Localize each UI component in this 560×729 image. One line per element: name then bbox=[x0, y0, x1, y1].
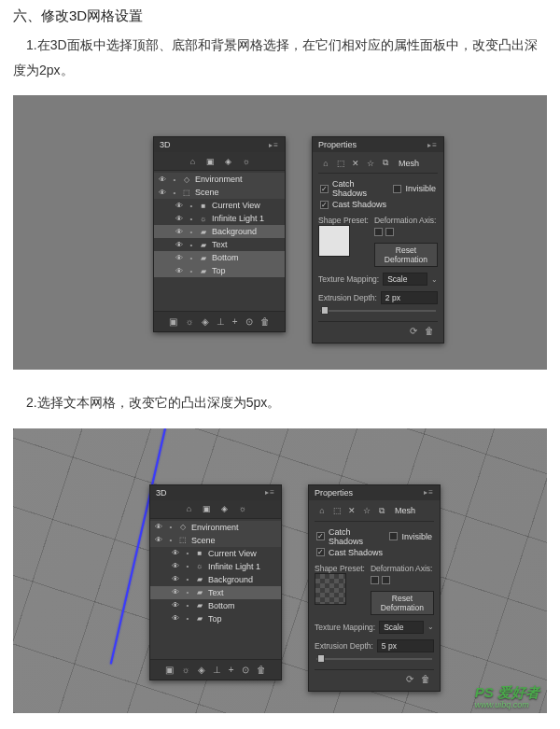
footer-icon[interactable]: ☼ bbox=[181, 665, 189, 675]
axis-icon[interactable] bbox=[385, 228, 394, 236]
checkbox-cast-shadows[interactable] bbox=[320, 201, 329, 209]
materials-tab-icon[interactable]: ⧉ bbox=[380, 158, 391, 168]
cap-tab-icon[interactable]: ✕ bbox=[350, 159, 361, 168]
eye-icon[interactable]: 👁 bbox=[171, 614, 180, 623]
filter-mesh-icon[interactable]: ▣ bbox=[201, 504, 213, 514]
panel-menu-icon[interactable]: ▸≡ bbox=[265, 488, 275, 497]
trash-icon[interactable]: 🗑 bbox=[257, 665, 266, 675]
footer-icon[interactable]: ⊥ bbox=[213, 665, 221, 675]
checkbox-invisible[interactable] bbox=[393, 185, 401, 193]
tree-row-background[interactable]: 👁• ▰ Background bbox=[150, 573, 281, 586]
shape-preset-swatch[interactable] bbox=[315, 573, 346, 605]
deform-tab-icon[interactable]: ⬚ bbox=[335, 159, 346, 168]
axis-icon[interactable] bbox=[374, 228, 383, 236]
filter-light-icon[interactable]: ☼ bbox=[236, 504, 248, 514]
tree-row-bottom[interactable]: 👁• ▰ Bottom bbox=[154, 251, 285, 264]
footer-icon[interactable]: ⊥ bbox=[217, 316, 225, 327]
footer-icon[interactable]: ☼ bbox=[185, 316, 193, 327]
tree-row-top[interactable]: 👁• ▰ Top bbox=[154, 264, 285, 277]
panel-menu-icon[interactable]: ▸≡ bbox=[427, 141, 438, 149]
footer-icon[interactable]: ⊙ bbox=[242, 665, 249, 675]
footer-icon[interactable]: + bbox=[229, 665, 234, 675]
deform-tab-icon[interactable]: ⬚ bbox=[331, 506, 343, 515]
tree-row-scene[interactable]: 👁• ⬚ Scene bbox=[150, 534, 281, 547]
eye-icon[interactable]: 👁 bbox=[175, 254, 184, 262]
footer-icon[interactable]: + bbox=[232, 316, 238, 327]
panel-menu-icon[interactable]: ▸≡ bbox=[269, 141, 279, 149]
eye-icon[interactable]: 👁 bbox=[158, 189, 167, 197]
eye-icon[interactable]: 👁 bbox=[154, 536, 163, 544]
tree-row-infinite-light[interactable]: 👁• ☼ Infinite Light 1 bbox=[150, 560, 281, 573]
eye-icon[interactable]: 👁 bbox=[175, 267, 184, 275]
extrusion-slider[interactable] bbox=[315, 654, 434, 664]
tree-row-current-view[interactable]: 👁• ■ Current View bbox=[154, 199, 285, 212]
materials-tab-icon[interactable]: ⧉ bbox=[376, 506, 387, 516]
filter-material-icon[interactable]: ◈ bbox=[218, 504, 231, 514]
extrusion-depth-input[interactable]: 5 px bbox=[377, 639, 434, 652]
tree-row-text[interactable]: 👁• ▰ Text bbox=[150, 586, 281, 599]
invisible-row[interactable]: Invisible bbox=[391, 178, 438, 199]
tree-row-bottom[interactable]: 👁• ▰ Bottom bbox=[150, 599, 281, 612]
axis-icon[interactable] bbox=[382, 576, 390, 584]
mesh-tab-icon[interactable]: ⌂ bbox=[320, 159, 331, 168]
eye-icon[interactable]: 👁 bbox=[171, 575, 180, 583]
tree-row-environment[interactable]: 👁• ◇ Environment bbox=[154, 173, 285, 186]
axis-icon[interactable] bbox=[371, 576, 379, 584]
trash-icon[interactable]: 🗑 bbox=[260, 316, 270, 327]
coord-tab-icon[interactable]: ☆ bbox=[361, 506, 372, 515]
extrusion-depth-input[interactable]: 2 px bbox=[381, 291, 438, 304]
render-icon[interactable]: ⟳ bbox=[410, 326, 417, 336]
tree-row-top[interactable]: 👁• ▰ Top bbox=[150, 612, 281, 625]
eye-icon[interactable]: 👁 bbox=[171, 549, 180, 557]
render-icon[interactable]: ⟳ bbox=[406, 674, 413, 684]
filter-all-icon[interactable]: ⌂ bbox=[183, 504, 195, 514]
checkbox-invisible[interactable] bbox=[389, 532, 398, 540]
footer-icon[interactable]: ◈ bbox=[202, 316, 209, 327]
trash-icon[interactable]: 🗑 bbox=[421, 674, 430, 684]
eye-icon[interactable]: 👁 bbox=[171, 562, 180, 570]
footer-icon[interactable]: ⊙ bbox=[245, 316, 253, 327]
checkbox-cast-shadows[interactable] bbox=[316, 548, 325, 556]
filter-light-icon[interactable]: ☼ bbox=[240, 156, 252, 166]
cast-shadows-row[interactable]: Cast Shadows bbox=[315, 547, 434, 558]
eye-icon[interactable]: 👁 bbox=[175, 241, 184, 249]
shape-preset-swatch[interactable] bbox=[318, 225, 350, 257]
eye-icon[interactable]: 👁 bbox=[171, 588, 180, 596]
footer-icon[interactable]: ▣ bbox=[169, 316, 177, 327]
footer-icon[interactable]: ▣ bbox=[165, 665, 174, 675]
catch-shadows-row[interactable]: Catch Shadows bbox=[315, 526, 387, 547]
filter-material-icon[interactable]: ◈ bbox=[222, 156, 234, 166]
coord-tab-icon[interactable]: ☆ bbox=[365, 159, 376, 168]
catch-shadows-row[interactable]: Catch Shadows bbox=[318, 178, 391, 199]
extrusion-slider[interactable] bbox=[318, 306, 438, 315]
tree-row-text[interactable]: 👁• ▰ Text bbox=[154, 238, 285, 251]
filter-all-icon[interactable]: ⌂ bbox=[187, 156, 199, 166]
cap-tab-icon[interactable]: ✕ bbox=[346, 506, 357, 515]
checkbox-catch-shadows[interactable] bbox=[320, 185, 329, 193]
eye-icon[interactable]: 👁 bbox=[171, 601, 180, 610]
eye-icon[interactable]: 👁 bbox=[175, 202, 184, 210]
tree-row-background[interactable]: 👁• ▰ Background bbox=[154, 225, 285, 238]
invisible-row[interactable]: Invisible bbox=[387, 526, 434, 547]
eye-icon[interactable]: 👁 bbox=[158, 175, 167, 184]
tree-row-environment[interactable]: 👁• ◇ Environment bbox=[150, 521, 281, 534]
footer-icon[interactable]: ◈ bbox=[198, 665, 205, 675]
trash-icon[interactable]: 🗑 bbox=[425, 326, 434, 336]
eye-icon[interactable]: 👁 bbox=[175, 228, 184, 236]
panel-menu-icon[interactable]: ▸≡ bbox=[424, 488, 434, 497]
reset-deformation-button[interactable]: Reset Deformation bbox=[374, 243, 438, 267]
chevron-down-icon[interactable]: ⌄ bbox=[431, 275, 438, 284]
tree-row-current-view[interactable]: 👁• ■ Current View bbox=[150, 547, 281, 560]
mesh-tab-icon[interactable]: ⌂ bbox=[316, 506, 328, 515]
filter-mesh-icon[interactable]: ▣ bbox=[204, 156, 217, 166]
cast-shadows-row[interactable]: Cast Shadows bbox=[318, 199, 438, 210]
tree-row-infinite-light[interactable]: 👁• ☼ Infinite Light 1 bbox=[154, 212, 285, 225]
eye-icon[interactable]: 👁 bbox=[175, 215, 184, 223]
texture-mapping-select[interactable]: Scale bbox=[379, 621, 424, 634]
chevron-down-icon[interactable]: ⌄ bbox=[427, 623, 434, 631]
reset-deformation-button[interactable]: Reset Deformation bbox=[371, 591, 434, 615]
tree-row-scene[interactable]: 👁• ⬚ Scene bbox=[154, 186, 285, 199]
texture-mapping-select[interactable]: Scale bbox=[383, 273, 427, 286]
checkbox-catch-shadows[interactable] bbox=[316, 532, 325, 540]
eye-icon[interactable]: 👁 bbox=[154, 523, 163, 531]
